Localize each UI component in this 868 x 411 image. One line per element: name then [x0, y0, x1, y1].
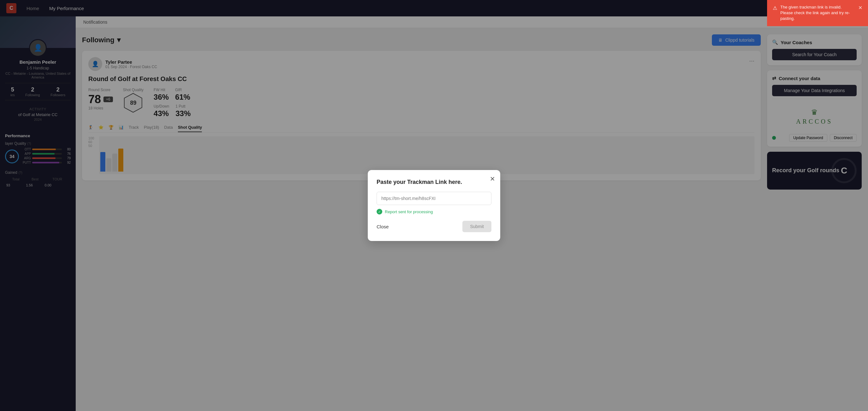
modal-submit-button[interactable]: Submit [462, 221, 491, 232]
toast-message: The given trackman link is invalid. Plea… [780, 4, 855, 22]
modal-footer: Close Submit [377, 221, 491, 232]
error-toast: ⚠ The given trackman link is invalid. Pl… [767, 0, 868, 26]
checkmark-icon: ✓ [377, 209, 382, 215]
modal-overlay[interactable]: Paste your Trackman Link here. ✕ ✓ Repor… [0, 0, 868, 411]
trackman-url-input[interactable] [377, 192, 491, 205]
toast-close-icon[interactable]: ✕ [858, 4, 862, 11]
modal-title: Paste your Trackman Link here. [377, 179, 491, 186]
modal-close-icon[interactable]: ✕ [490, 175, 495, 183]
trackman-modal: Paste your Trackman Link here. ✕ ✓ Repor… [368, 170, 500, 241]
modal-success-message: ✓ Report sent for processing [377, 209, 491, 215]
warning-icon: ⚠ [773, 5, 777, 12]
modal-close-button[interactable]: Close [377, 224, 389, 229]
